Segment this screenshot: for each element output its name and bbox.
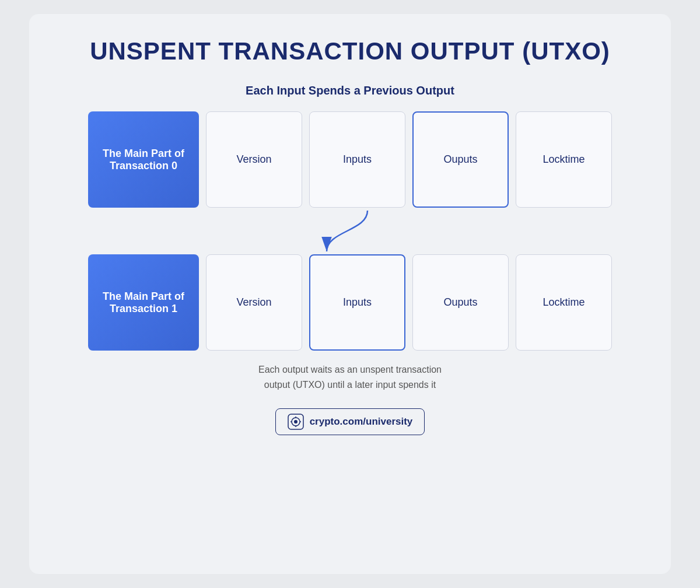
tx0-version-block: Version: [206, 111, 302, 208]
crypto-logo-icon: [288, 414, 304, 430]
tx1-locktime-block: Locktime: [516, 254, 612, 351]
arrow-container: [64, 208, 636, 254]
tx0-inputs-block: Inputs: [309, 111, 405, 208]
tx1-inputs-block: Inputs: [309, 254, 405, 351]
bottom-note: Each output waits as an unspent transact…: [258, 362, 442, 392]
transaction-0-row: The Main Part of Transaction 0 Version I…: [64, 111, 636, 208]
transaction-1-row: The Main Part of Transaction 1 Version I…: [64, 254, 636, 351]
footer-link: crypto.com/university: [310, 416, 413, 428]
tx0-outputs-block: Ouputs: [412, 111, 509, 208]
page-title: UNSPENT TRANSACTION OUTPUT (UTXO): [90, 37, 610, 65]
connection-arrow: [292, 208, 408, 254]
tx1-version-block: Version: [206, 254, 302, 351]
footer: crypto.com/university: [275, 408, 425, 435]
tx0-locktime-block: Locktime: [516, 111, 612, 208]
tx1-outputs-block: Ouputs: [412, 254, 509, 351]
main-card: UNSPENT TRANSACTION OUTPUT (UTXO) Each I…: [29, 14, 671, 574]
tx0-main-block: The Main Part of Transaction 0: [88, 111, 199, 208]
subtitle: Each Input Spends a Previous Output: [246, 84, 454, 97]
tx1-main-block: The Main Part of Transaction 1: [88, 254, 199, 351]
svg-point-3: [294, 420, 298, 424]
